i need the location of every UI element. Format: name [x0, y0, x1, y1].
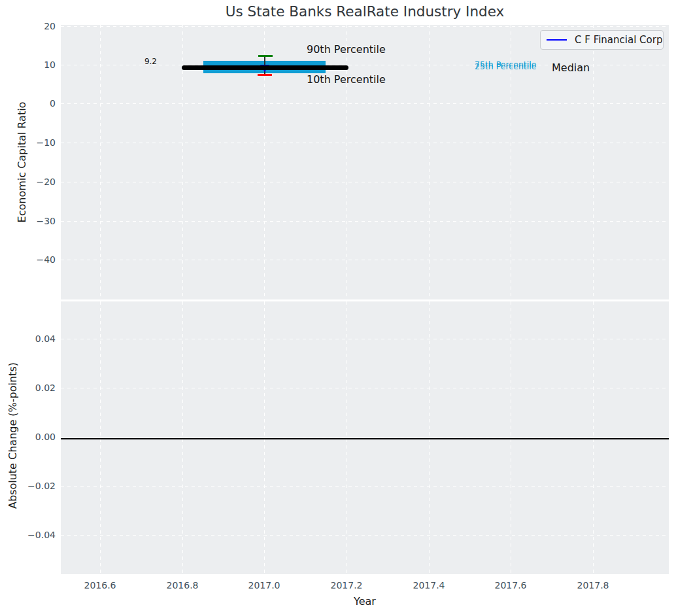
percentile-10-cap	[258, 74, 272, 76]
percentile-10-label: 10th Percentile	[307, 73, 386, 86]
ytick-label: 20	[13, 20, 56, 32]
ytick-label: −0.02	[13, 480, 56, 492]
xtick-label: 2017.4	[399, 579, 458, 591]
percentile-90-cap	[258, 55, 273, 57]
ytick-label: 0.00	[13, 431, 56, 443]
xtick-label: 2017.6	[481, 579, 540, 591]
legend: C F Financial Corp	[540, 30, 664, 50]
xtick-label: 2016.6	[71, 579, 129, 591]
zero-change-line	[61, 438, 669, 439]
ytick-label: 10	[13, 59, 56, 71]
x-axis-label: Year	[299, 595, 430, 607]
xtick-label: 2017.0	[235, 579, 294, 591]
median-value-annotation: 9.2	[139, 57, 157, 66]
percentile-90-label: 90th Percentile	[307, 43, 386, 56]
ytick-label: −40	[13, 254, 56, 265]
median-text-label: Median	[552, 61, 590, 74]
bottom-y-axis-label: Absolute Change (%-points)	[7, 362, 19, 509]
gridline	[61, 26, 669, 27]
gridline	[61, 221, 669, 222]
gridline	[61, 260, 669, 260]
gridline	[61, 388, 669, 388]
gridline	[61, 535, 669, 536]
gridline	[61, 437, 669, 437]
gridline	[61, 182, 669, 182]
gridline	[61, 339, 669, 339]
gridline	[429, 25, 430, 299]
ytick-label: 0.02	[13, 382, 56, 394]
xtick-label: 2017.2	[317, 579, 376, 591]
legend-line-sample	[547, 39, 567, 41]
gridline	[61, 103, 669, 104]
figure: Us State Banks RealRate Industry Index	[0, 0, 676, 616]
bottom-axes	[61, 301, 669, 574]
top-y-axis-label: Economic Capital Ratio	[16, 102, 28, 223]
chart-title: Us State Banks RealRate Industry Index	[61, 3, 669, 20]
gridline	[61, 143, 669, 143]
ytick-label: 0.04	[13, 333, 56, 345]
legend-label: C F Financial Corp	[575, 34, 662, 46]
median-line	[182, 65, 348, 70]
xtick-label: 2016.8	[153, 579, 212, 591]
gridline	[100, 25, 101, 299]
gridline	[61, 486, 669, 487]
ytick-label: −0.04	[13, 529, 56, 541]
percentile-25-label: 25th Percentile	[475, 61, 536, 71]
xtick-label: 2017.8	[564, 579, 622, 591]
gridline	[593, 25, 594, 299]
